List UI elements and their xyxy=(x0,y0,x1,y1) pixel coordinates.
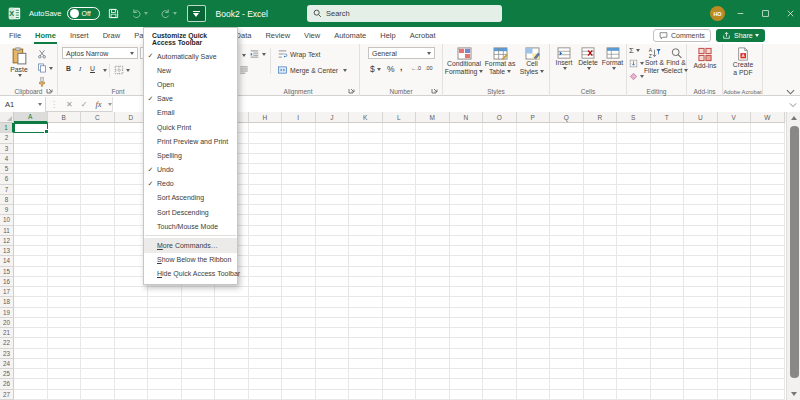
format-cells-button[interactable]: Format xyxy=(601,47,624,70)
cell[interactable] xyxy=(148,318,182,328)
cell[interactable] xyxy=(584,308,618,318)
cell[interactable] xyxy=(617,205,651,215)
row-header-22[interactable]: 22 xyxy=(0,338,14,348)
cell[interactable] xyxy=(316,226,350,236)
menu-item-quick-print[interactable]: Quick Print xyxy=(144,120,237,134)
cell[interactable] xyxy=(718,318,752,328)
menu-item-redo[interactable]: ✓Redo xyxy=(144,177,237,191)
cell[interactable] xyxy=(617,287,651,297)
cell[interactable] xyxy=(282,123,316,133)
cell[interactable] xyxy=(450,369,484,379)
cell[interactable] xyxy=(550,267,584,277)
menu-item-spelling[interactable]: Spelling xyxy=(144,148,237,162)
cell[interactable] xyxy=(450,185,484,195)
cell[interactable] xyxy=(617,359,651,369)
cell[interactable] xyxy=(617,349,651,359)
cell[interactable] xyxy=(651,338,685,348)
cell[interactable] xyxy=(751,369,785,379)
cell[interactable] xyxy=(718,379,752,389)
cell[interactable] xyxy=(416,267,450,277)
cell[interactable] xyxy=(584,390,618,400)
cell[interactable] xyxy=(450,277,484,287)
cell[interactable] xyxy=(249,328,283,338)
format-as-table-button[interactable]: Format as Table xyxy=(484,47,516,76)
restore-button[interactable] xyxy=(753,0,777,27)
cell[interactable] xyxy=(349,236,383,246)
cell[interactable] xyxy=(517,359,551,369)
cell[interactable] xyxy=(751,133,785,143)
cell[interactable] xyxy=(550,277,584,287)
cell[interactable] xyxy=(215,359,249,369)
cell[interactable] xyxy=(383,154,417,164)
cell[interactable] xyxy=(249,318,283,328)
cell[interactable] xyxy=(349,185,383,195)
cell[interactable] xyxy=(550,246,584,256)
cell[interactable] xyxy=(483,236,517,246)
cell[interactable] xyxy=(517,226,551,236)
cell[interactable] xyxy=(416,369,450,379)
cell[interactable] xyxy=(81,277,115,287)
italic-button[interactable]: I xyxy=(79,65,81,72)
cell[interactable] xyxy=(383,256,417,266)
name-box[interactable]: A1 xyxy=(0,97,46,112)
cell[interactable] xyxy=(14,205,48,215)
tab-insert[interactable]: Insert xyxy=(63,27,96,44)
cell[interactable] xyxy=(617,277,651,287)
cell[interactable] xyxy=(349,205,383,215)
cell[interactable] xyxy=(450,338,484,348)
cell[interactable] xyxy=(148,297,182,307)
comments-button[interactable]: Comments xyxy=(653,29,711,42)
cell[interactable] xyxy=(115,359,149,369)
cell[interactable] xyxy=(249,359,283,369)
column-header-b[interactable]: B xyxy=(48,112,82,123)
cell[interactable] xyxy=(81,349,115,359)
cell[interactable] xyxy=(751,144,785,154)
cell[interactable] xyxy=(282,154,316,164)
cell[interactable] xyxy=(718,297,752,307)
cell[interactable] xyxy=(282,328,316,338)
cell[interactable] xyxy=(14,390,48,400)
cell[interactable] xyxy=(550,215,584,225)
cell[interactable] xyxy=(48,277,82,287)
cell[interactable] xyxy=(383,369,417,379)
cell[interactable] xyxy=(718,154,752,164)
row-header-15[interactable]: 15 xyxy=(0,267,14,277)
cell[interactable] xyxy=(483,338,517,348)
cell[interactable] xyxy=(550,318,584,328)
cell[interactable] xyxy=(517,205,551,215)
cell[interactable] xyxy=(48,359,82,369)
cell[interactable] xyxy=(684,369,718,379)
cell[interactable] xyxy=(416,297,450,307)
cell[interactable] xyxy=(517,338,551,348)
cell[interactable] xyxy=(584,123,618,133)
cell[interactable] xyxy=(684,287,718,297)
cell[interactable] xyxy=(617,256,651,266)
save-button[interactable] xyxy=(104,4,123,24)
cell[interactable] xyxy=(349,246,383,256)
cell[interactable] xyxy=(349,328,383,338)
currency-button[interactable]: $ xyxy=(370,64,381,74)
cell[interactable] xyxy=(48,215,82,225)
column-header-o[interactable]: O xyxy=(483,112,517,123)
cell[interactable] xyxy=(416,338,450,348)
cell[interactable] xyxy=(349,287,383,297)
cell[interactable] xyxy=(148,308,182,318)
cell[interactable] xyxy=(718,246,752,256)
cell[interactable] xyxy=(14,297,48,307)
cell[interactable] xyxy=(81,267,115,277)
confirm-entry-button[interactable]: ✓ xyxy=(77,100,92,109)
cell[interactable] xyxy=(751,236,785,246)
cell[interactable] xyxy=(148,287,182,297)
cell[interactable] xyxy=(617,328,651,338)
cell[interactable] xyxy=(249,277,283,287)
cell[interactable] xyxy=(517,236,551,246)
cell[interactable] xyxy=(450,267,484,277)
customize-quick-access-toolbar-button[interactable] xyxy=(187,5,206,22)
cell[interactable] xyxy=(48,328,82,338)
cell[interactable] xyxy=(282,236,316,246)
cell[interactable] xyxy=(550,144,584,154)
cell[interactable] xyxy=(81,133,115,143)
cell[interactable] xyxy=(651,390,685,400)
cell[interactable] xyxy=(483,174,517,184)
cell[interactable] xyxy=(718,164,752,174)
